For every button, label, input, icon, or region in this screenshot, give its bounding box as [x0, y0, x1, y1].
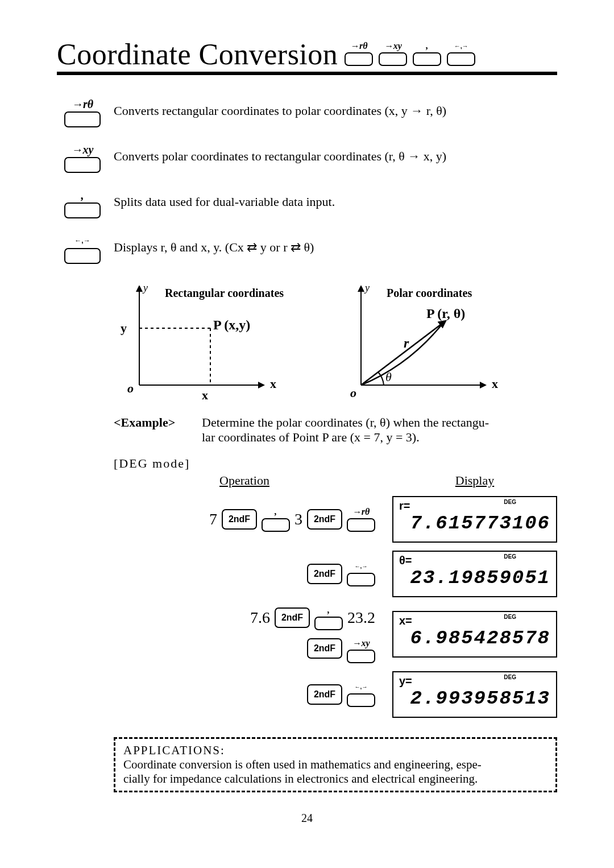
key-2ndf: 2ndF: [222, 509, 257, 530]
diagram-row: y Rectangular coordinates y P (x,y) o x …: [114, 286, 557, 399]
key-label-comma: ,: [426, 41, 428, 51]
key-label-xy: →xy: [384, 41, 402, 51]
op-num: 7.6: [250, 609, 270, 627]
key-comma: ,: [413, 41, 441, 66]
key-def-xy: →xy: [57, 143, 108, 173]
keycap-icon: [347, 693, 375, 707]
def-rtheta: Converts rectangular coordinates to pola…: [114, 98, 557, 127]
def-comma: Splits data used for dual-variable data …: [114, 189, 557, 218]
rect-coord-diagram: y Rectangular coordinates y P (x,y) o x …: [114, 286, 301, 399]
ops-table: Operation Display 7 2ndF , 3 2ndF →rθ: [114, 473, 557, 718]
def-xy: Converts polar coordinates to rectangula…: [114, 143, 557, 173]
key-label: ←,→: [355, 561, 368, 572]
lcd-value: 7.615773106: [399, 512, 550, 534]
deg-indicator: DEG: [504, 553, 516, 560]
origin-label: o: [350, 386, 356, 400]
applications-box: APPLICATIONS: Coordinate conversion is o…: [114, 737, 557, 792]
y-axis-label: y: [365, 282, 370, 294]
key-label-rtheta: →rθ: [350, 41, 368, 51]
page-number: 24: [57, 812, 557, 825]
keycap-icon: [413, 52, 441, 66]
col-operation: Operation: [114, 473, 375, 488]
op-num: 3: [294, 510, 302, 528]
example-label: <Example>: [114, 415, 181, 429]
keycap-icon: [347, 650, 375, 663]
col-display: Display: [392, 473, 557, 488]
key-2ndf: 2ndF: [307, 509, 342, 530]
content-grid: →rθ Converts rectangular coordinates to …: [57, 98, 557, 792]
deg-indicator: DEG: [504, 614, 516, 620]
rect-title: Rectangular coordinates: [165, 287, 284, 300]
lcd-label: r=: [399, 499, 550, 512]
op-row-1: 7 2ndF , 3 2ndF →rθ: [114, 507, 375, 532]
keycap-icon: [64, 202, 101, 218]
op-num: 23.2: [347, 609, 375, 627]
lcd-value: 23.19859051: [399, 567, 550, 589]
key-label: →xy: [352, 638, 370, 648]
key-2ndf: 2ndF: [307, 564, 342, 584]
lcd-label: y=: [399, 675, 550, 688]
y-bold: y: [121, 321, 127, 336]
p-polar-label: P (r, θ): [426, 306, 465, 321]
lcd-value: 6.985428578: [399, 627, 550, 649]
keycap-icon: [379, 52, 407, 66]
key-label-xy: →xy: [72, 143, 94, 156]
svg-line-6: [361, 323, 443, 385]
origin-label: o: [127, 381, 134, 396]
key-2ndf: 2ndF: [307, 638, 342, 659]
page-title: Coordinate Conversion: [57, 40, 338, 69]
keycap-icon: [262, 518, 290, 532]
key-label-rtheta: →rθ: [72, 98, 93, 110]
def-swap: Displays r, θ and x, y. (Cx ⇄ y or r ⇄ θ…: [114, 234, 557, 264]
key-def-rtheta: →rθ: [57, 98, 108, 127]
key-rtheta-inline: →rθ: [347, 507, 375, 532]
keycap-icon: [314, 617, 343, 630]
keycap-icon: [447, 52, 475, 66]
r-label: r: [404, 336, 409, 351]
x-axis-label: x: [492, 377, 498, 391]
key-label-swap: ←,→: [454, 41, 468, 51]
title-key-cluster: →rθ →xy , ←,→: [345, 41, 475, 69]
lcd-y: DEG y= 2.993958513: [392, 671, 557, 718]
key-def-comma: ,: [57, 189, 108, 218]
polar-title: Polar coordinates: [387, 287, 472, 300]
example-block: <Example> Determine the polar coordinate…: [114, 415, 557, 718]
deg-indicator: DEG: [504, 674, 516, 680]
key-label-swap: ←,→: [74, 234, 90, 247]
key-swap: ←,→: [447, 41, 475, 66]
p-rect-label: P (x,y): [213, 317, 250, 333]
keycap-icon: [64, 111, 101, 127]
lcd-x: DEG x= 6.985428578: [392, 611, 557, 658]
key-def-swap: ←,→: [57, 234, 108, 264]
keycap-icon: [345, 52, 373, 66]
y-axis-label: y: [143, 282, 148, 294]
op-row-4: 2ndF ←,→: [114, 682, 375, 707]
applications-body-2: cially for impedance calculations in ele…: [123, 772, 478, 786]
applications-body-1: Coordinate conversion is often used in m…: [123, 758, 482, 771]
polar-coord-diagram: y Polar coordinates P (r, θ) r θ o x: [335, 286, 523, 399]
op-row-3: 7.6 2ndF , 23.2 2ndF →xy: [114, 605, 375, 663]
lcd-label: x=: [399, 614, 550, 627]
key-comma-inline: ,: [262, 507, 290, 532]
keycap-icon: [64, 248, 101, 264]
key-label: ,: [275, 507, 277, 517]
key-to-rtheta: →rθ: [345, 41, 373, 66]
key-2ndf: 2ndF: [275, 607, 310, 628]
example-text-2: lar coordinates of Point P are (x = 7, y…: [202, 430, 420, 444]
key-label-comma: ,: [81, 189, 84, 201]
example-text-1: Determine the polar coordinates (r, θ) w…: [202, 415, 489, 429]
key-swap-inline: ←,→: [347, 561, 375, 586]
lcd-theta: DEG θ= 23.19859051: [392, 551, 557, 597]
key-2ndf: 2ndF: [307, 684, 342, 705]
deg-indicator: DEG: [504, 499, 516, 505]
theta-label: θ: [385, 370, 392, 385]
applications-title: APPLICATIONS:: [123, 743, 225, 757]
key-label: ←,→: [355, 682, 368, 692]
keycap-icon: [64, 157, 101, 173]
op-row-2: 2ndF ←,→: [114, 561, 375, 586]
key-xy-inline: →xy: [347, 638, 375, 663]
keycap-icon: [347, 518, 375, 532]
key-label: →rθ: [352, 507, 370, 517]
key-to-xy: →xy: [379, 41, 407, 66]
op-num: 7: [209, 510, 217, 528]
